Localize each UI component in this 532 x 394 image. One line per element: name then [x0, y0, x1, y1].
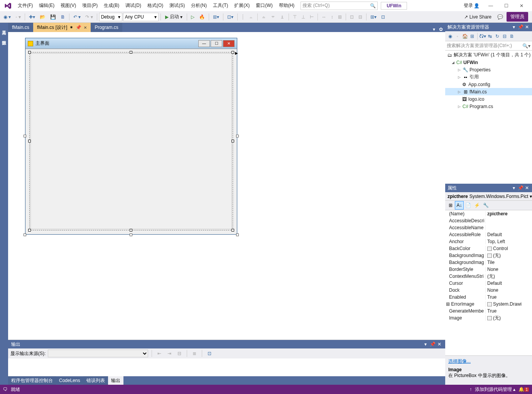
form-handle[interactable] [130, 233, 132, 236]
rail-toolbox[interactable]: 工具箱 [1, 24, 7, 30]
smart-tag-icon[interactable]: ▶ [235, 51, 238, 55]
picturebox-selected[interactable]: ▶ [29, 52, 233, 230]
menu-build[interactable]: 生成(B) [101, 1, 122, 10]
menu-tools[interactable]: 工具(T) [210, 1, 231, 10]
tb-misc-2[interactable]: ⊡ [379, 13, 387, 21]
btab-output[interactable]: 输出 [108, 376, 123, 385]
form-handle[interactable] [236, 135, 239, 137]
se-collapse-icon[interactable]: ⊟ [501, 33, 508, 40]
platform-dropdown[interactable]: Any CPU▾ [123, 13, 159, 21]
menu-analyze[interactable]: 分析(N) [188, 1, 210, 10]
tab-overflow[interactable]: ▾ ✿ [433, 27, 445, 32]
tree-references[interactable]: ▷▪▪引用 [445, 73, 532, 81]
tb-btn-b[interactable]: ⊡▾ [225, 13, 235, 21]
property-grid[interactable]: (Name)zpicthereAccessibleDescriAccessibl… [445, 210, 532, 356]
se-wrench-icon[interactable]: ↹ [486, 33, 493, 40]
resize-handle[interactable] [28, 140, 31, 142]
output-source-dropdown[interactable] [48, 350, 148, 357]
menu-help[interactable]: 帮助(H) [276, 1, 298, 10]
menu-test[interactable]: 测试(S) [166, 1, 188, 10]
close-button[interactable]: ✕ [515, 2, 528, 10]
align-5[interactable]: ⊥ [299, 13, 307, 21]
tree-program[interactable]: ▷C#Program.cs [445, 103, 532, 110]
se-refresh-icon[interactable]: ↻ [494, 33, 501, 40]
se-home-icon[interactable]: 🏠 [461, 33, 468, 40]
props-alpha-button[interactable]: A↓ [455, 201, 464, 210]
out-btn-3[interactable]: ⊟ [176, 350, 183, 357]
prop-row[interactable]: BackgroundImagTile [445, 259, 532, 266]
form-handle[interactable] [236, 233, 239, 236]
align-4[interactable]: ⊤ [291, 13, 299, 21]
rail-datasources[interactable]: 数据源 [1, 34, 7, 41]
solution-tree[interactable]: 🗂解决方案 'UFWin' (1 个项目，共 1 个) ◢C#UFWin ▷🔧P… [445, 51, 532, 184]
align-grid-button[interactable]: ┊ [240, 13, 246, 21]
menu-project[interactable]: 项目(P) [79, 1, 101, 10]
tree-appconfig[interactable]: ⚙App.config [445, 81, 532, 88]
quick-search-input[interactable]: 搜索 (Ctrl+Q) 🔍 [301, 2, 378, 10]
pane-pin-icon[interactable]: 📌 [430, 342, 435, 347]
pane-close-icon[interactable]: ✕ [437, 342, 442, 347]
start-nodbg-button[interactable]: ▷ [189, 13, 196, 21]
form-designer-surface[interactable]: 主界面 — ☐ ✕ [8, 32, 445, 340]
resize-handle[interactable] [231, 140, 234, 142]
prop-row[interactable]: ⊞ ErrorImageSystem.Drawi [445, 301, 532, 308]
resize-handle[interactable] [231, 229, 234, 232]
tree-project[interactable]: ◢C#UFWin [445, 59, 532, 66]
tab-fmain-design[interactable]: fMain.cs [设计]⁕📌✕ [33, 23, 91, 32]
props-menu-icon[interactable]: ▾ [511, 185, 517, 191]
props-events-button[interactable]: ⚡ [473, 201, 481, 210]
sign-in-button[interactable]: 登录👤 [461, 1, 482, 10]
hot-reload-button[interactable]: 🔥 [197, 13, 207, 21]
resize-handle[interactable] [130, 229, 132, 232]
form-handle[interactable] [24, 233, 26, 236]
select-image-link[interactable]: 选择图像... [448, 358, 471, 364]
tab-fmain-cs[interactable]: fMain.cs [8, 23, 33, 32]
props-close-icon[interactable]: ✕ [524, 185, 530, 191]
props-object-selector[interactable]: zpicthere System.Windows.Forms.Pict ▾ [445, 192, 532, 201]
align-6[interactable]: ⊢ [308, 13, 316, 21]
nav-back-button[interactable]: ◉ ▾ [2, 13, 13, 21]
pin-icon[interactable]: 📌 [76, 25, 81, 30]
se-search-input[interactable]: 搜索解决方案资源管理器(Ctrl+;) 🔍▾ [445, 41, 532, 51]
close-tab-icon[interactable]: ✕ [84, 25, 87, 30]
resize-handle[interactable] [28, 229, 31, 232]
output-body[interactable] [8, 358, 445, 376]
menu-window[interactable]: 窗口(W) [253, 1, 275, 10]
align-1[interactable]: ⫨ [260, 13, 268, 21]
form-handle[interactable] [24, 135, 26, 137]
redo-button[interactable]: ↷ ▾ [83, 13, 95, 21]
prop-row[interactable]: (Name)zpicthere [445, 210, 532, 217]
tab-program-cs[interactable]: Program.cs [91, 23, 122, 32]
live-share-button[interactable]: ↗Live Share [462, 13, 494, 21]
spacing-2[interactable]: ↕ [329, 13, 335, 21]
prop-row[interactable]: BackColorControl [445, 245, 532, 252]
resize-handle[interactable] [28, 51, 31, 54]
prop-row[interactable]: CursorDefault [445, 280, 532, 287]
save-button[interactable]: 💾 [48, 13, 58, 21]
tb-btn-a[interactable]: ⊞▾ [211, 13, 221, 21]
tree-properties[interactable]: ▷🔧Properties [445, 66, 532, 73]
props-categorized-button[interactable]: ⊞ [446, 201, 455, 210]
menu-edit[interactable]: 编辑(E) [36, 1, 57, 10]
size-1[interactable]: ⊡ [348, 13, 356, 21]
props-pin-icon[interactable]: 📌 [518, 185, 523, 191]
props-pages-button[interactable]: 🔧 [481, 201, 490, 210]
menu-extensions[interactable]: 扩展(X) [231, 1, 253, 10]
prop-row[interactable]: AnchorTop, Left [445, 238, 532, 245]
pane-menu-icon[interactable]: ▾ [423, 342, 428, 347]
align-2[interactable]: ⫧ [269, 13, 277, 21]
prop-row[interactable]: GenerateMembeTrue [445, 308, 532, 315]
prop-row[interactable]: ContextMenuStri(无) [445, 273, 532, 280]
nav-fwd-button[interactable]: ◦ ▾ [14, 13, 23, 21]
align-left-button[interactable]: ⫠ [247, 13, 255, 21]
undo-button[interactable]: ↶ ▾ [71, 13, 83, 21]
prop-row[interactable]: BackgroundImag(无) [445, 252, 532, 259]
out-btn-1[interactable]: ⇤ [155, 350, 163, 357]
notifications-button[interactable]: 🔔1 [518, 387, 529, 392]
save-all-button[interactable]: 🗎 [59, 13, 67, 21]
minimize-button[interactable]: — [484, 2, 497, 10]
prop-row[interactable]: AccessibleName [445, 224, 532, 231]
maximize-button[interactable]: ☐ [500, 2, 513, 10]
align-3[interactable]: ⫫ [278, 13, 287, 21]
se-showall-icon[interactable]: 🗎 [508, 33, 515, 40]
